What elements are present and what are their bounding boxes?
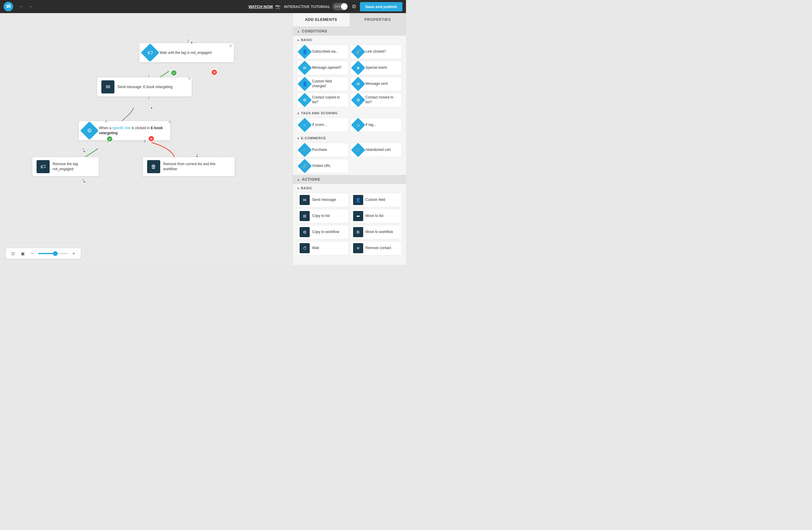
panel-content: ▲ CONDITIONS ▲ BASIC 👤 Subscribed via...… — [293, 27, 406, 265]
message-sent-icon: ✉ — [351, 77, 365, 91]
link-clicked-label: When a specific link is clicked in E-boo… — [99, 126, 166, 136]
tutorial-toggle[interactable]: OFF — [333, 3, 348, 10]
tab-properties[interactable]: PROPERTIES — [349, 13, 406, 27]
link-x: ✕ — [148, 135, 155, 142]
special-event-icon: ★ — [351, 61, 365, 75]
dot-remove-tag-bot — [83, 180, 86, 183]
save-publish-button[interactable]: Save and publish — [360, 2, 403, 11]
condition-purchase[interactable]: 🛒 Purchase — [297, 143, 349, 157]
condition-visited-url[interactable]: 🔗 Visited URL — [297, 159, 349, 173]
tab-add-elements[interactable]: ADD ELEMENTS — [293, 13, 349, 27]
redo-button[interactable]: → — [27, 3, 34, 10]
conditions-label: CONDITIONS — [302, 29, 327, 33]
link-clicked-panel-icon: 🔗 — [351, 45, 365, 59]
subsection-tags-scoring: ▲ TAGS AND SCORING — [293, 109, 406, 116]
workflow-canvas[interactable]: 🏷 Wait until the tag is not_engaged ✓ ✕ … — [0, 13, 292, 265]
action-remove-contact[interactable]: ✕ Remove contact — [350, 241, 402, 255]
remove-contact-icon: ✕ — [353, 243, 363, 253]
condition-special-event[interactable]: ★ Special event — [350, 61, 402, 75]
watch-now-button[interactable]: WATCH NOW 📷 — [248, 4, 280, 9]
remove-list-icon: 🗑 — [147, 160, 160, 173]
ecommerce-arrow: ▲ — [297, 137, 300, 140]
contact-moved-icon: ⚙ — [351, 93, 365, 107]
actions-label: ACTIONS — [302, 177, 320, 182]
count-0-right: 0 — [230, 44, 232, 47]
condition-link-clicked[interactable]: 🔗 Link clicked? — [350, 45, 402, 59]
contact-copied-icon: ⚙ — [298, 93, 312, 107]
condition-message-opened[interactable]: ✉ Message opened? — [297, 61, 349, 75]
watch-now-label: WATCH NOW — [248, 4, 273, 9]
fit-view-button[interactable]: ⊡ — [10, 250, 17, 257]
copy-workflow-icon: ⚙ — [300, 227, 310, 237]
basic-actions-label: BASIC — [301, 186, 313, 190]
zoom-out-button[interactable]: − — [29, 250, 36, 257]
tags-scoring-grid: ☆ If score... ◇ If tag... — [293, 116, 406, 134]
main-layout: 🏷 Wait until the tag is not_engaged ✓ ✕ … — [0, 13, 406, 265]
node-wait-tag[interactable]: 🏷 Wait until the tag is not_engaged — [139, 43, 234, 62]
basic-conditions-arrow: ▲ — [297, 38, 300, 41]
actions-arrow: ▲ — [297, 178, 300, 181]
section-actions: ▲ ACTIONS — [293, 175, 406, 184]
count-0-link-r: 0 — [169, 120, 171, 124]
subsection-basic-conditions: ▲ BASIC — [293, 36, 406, 43]
undo-button[interactable]: ← — [18, 3, 25, 10]
condition-if-score[interactable]: ☆ If score... — [297, 118, 349, 132]
count-0-link-l: 0 — [105, 120, 107, 123]
dot-bottom-send — [150, 107, 153, 110]
zoom-slider[interactable] — [38, 253, 68, 254]
interactive-tutorial-label: INTERACTIVE TUTORIAL — [284, 4, 330, 9]
purchase-icon: 🛒 — [298, 143, 312, 157]
condition-contact-copied[interactable]: ⚙ Contact copied to list? — [297, 93, 349, 107]
action-move-to-list[interactable]: ➡ Move to list — [350, 209, 402, 223]
node-remove-tag[interactable]: 🏷 Remove the tag: not_engaged — [32, 157, 99, 177]
action-copy-to-workflow[interactable]: ⚙ Copy to workflow — [297, 225, 349, 239]
count-5-lc-x: 5 — [144, 139, 146, 143]
visited-url-icon: 🔗 — [298, 159, 312, 173]
node-link-clicked[interactable]: ⚙ When a specific link is clicked in E-b… — [78, 121, 171, 140]
link-clicked-icon: ⚙ — [80, 122, 99, 140]
action-custom-field[interactable]: 👤 Custom field — [350, 193, 402, 207]
right-panel: ADD ELEMENTS PROPERTIES ▲ CONDITIONS ▲ B… — [292, 13, 406, 265]
node-remove-list[interactable]: 🗑 Remove from current list and this work… — [143, 157, 235, 177]
interactive-tutorial-section: INTERACTIVE TUTORIAL OFF — [284, 3, 348, 10]
wait-tag-icon: 🏷 — [141, 43, 159, 62]
wait-tag-label: Wait until the tag is not_engaged — [160, 50, 230, 55]
message-opened-icon: ✉ — [298, 61, 312, 75]
wait-tag-x: ✕ — [211, 69, 218, 75]
abandoned-cart-icon: 🛒 — [351, 143, 365, 157]
action-copy-to-list[interactable]: ⊞ Copy to list — [297, 209, 349, 223]
dot-remove-list-top — [195, 155, 199, 158]
action-send-message[interactable]: ✉ Send message — [297, 193, 349, 207]
action-move-to-workflow[interactable]: ⚙ Move to workflow — [350, 225, 402, 239]
action-wait[interactable]: ⏱ Wait — [297, 241, 349, 255]
camera-icon: 📷 — [275, 4, 280, 9]
subscribed-icon: 👤 — [298, 45, 312, 59]
remove-list-label: Remove from current list and this workfl… — [163, 162, 230, 172]
condition-abandoned-cart[interactable]: 🛒 Abandoned cart — [350, 143, 402, 157]
condition-message-sent[interactable]: ✉ Message sent — [350, 77, 402, 91]
send-message-icon: ✉ — [101, 80, 114, 94]
settings-button[interactable]: ⚙ — [352, 3, 357, 10]
minimap-button[interactable]: ▣ — [19, 250, 26, 257]
condition-contact-moved[interactable]: ⚙ Contact moved to list? — [350, 93, 402, 107]
dot-remove-tag-top — [83, 150, 86, 153]
ecommerce-label: E-COMMERCE — [301, 136, 326, 140]
section-conditions: ▲ CONDITIONS — [293, 27, 406, 36]
condition-custom-field[interactable]: 👤 Custom field changed — [297, 77, 349, 91]
dot-top-wait — [190, 41, 193, 44]
subsection-basic-actions: ▲ BASIC — [293, 184, 406, 191]
move-workflow-icon: ⚙ — [353, 227, 363, 237]
condition-if-tag[interactable]: ◇ If tag... — [350, 118, 402, 132]
zoom-in-button[interactable]: + — [70, 250, 77, 257]
node-send-message[interactable]: ✉ Send message: E-book retargeting — [97, 77, 192, 97]
basic-actions-arrow: ▲ — [297, 186, 300, 190]
wait-action-icon: ⏱ — [300, 243, 310, 253]
move-list-icon: ➡ — [353, 211, 363, 221]
link-check: ✓ — [106, 136, 113, 142]
copy-list-icon: ⊞ — [300, 211, 310, 221]
ecommerce-grid: 🛒 Purchase 🛒 Abandoned cart 🔗 Visited UR… — [293, 141, 406, 175]
tags-scoring-label: TAGS AND SCORING — [301, 111, 338, 115]
wait-tag-check: ✓ — [171, 70, 177, 76]
condition-subscribed[interactable]: 👤 Subscribed via... — [297, 45, 349, 59]
if-score-icon: ☆ — [298, 118, 312, 132]
